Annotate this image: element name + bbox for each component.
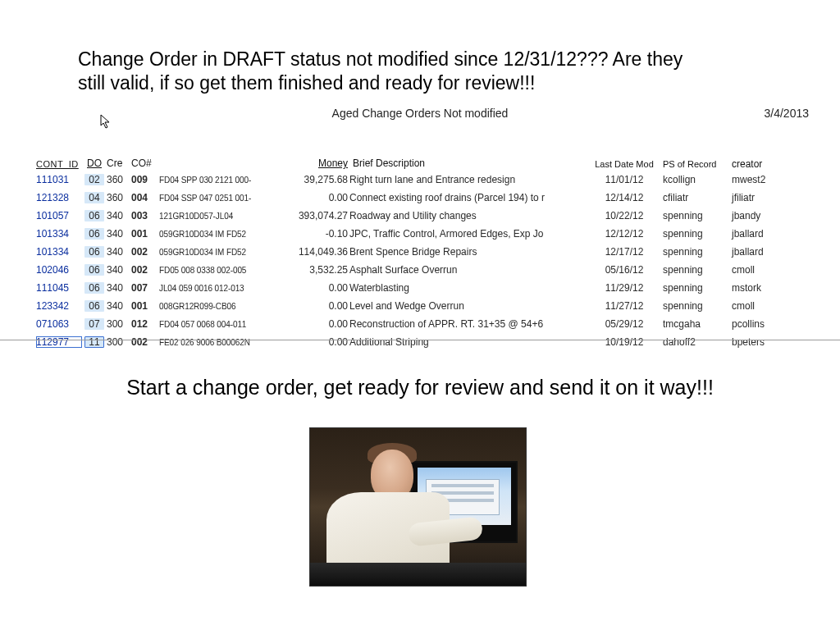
lastmod-cell: 12/17/12 <box>586 246 663 258</box>
ref-cell: 059GR10D034 IM FD52 <box>159 230 282 239</box>
table-row[interactable]: 11103102360009FD04 SPP 030 2121 000-39,2… <box>36 171 814 189</box>
co-cell: 003 <box>131 210 159 221</box>
do-cell[interactable]: 07 <box>84 318 104 330</box>
change-order-table: CONT_ID DO Cre CO# Money Brief Descripti… <box>36 146 814 351</box>
cont-id-link[interactable]: 111031 <box>36 174 69 185</box>
table-row[interactable]: 12132804360004FD04 SSP 047 0251 001-0.00… <box>36 189 814 207</box>
cont-id-link[interactable]: 101334 <box>36 246 69 258</box>
ps-cell: tmcgaha <box>663 318 732 330</box>
tagline-text: Start a change order, get ready for revi… <box>0 376 840 399</box>
col-header-cre: Cre <box>107 158 131 169</box>
cont-id-link[interactable]: 111045 <box>36 282 69 294</box>
creator-cell: jballard <box>732 246 797 258</box>
co-cell: 001 <box>131 300 159 312</box>
table-row[interactable]: 11297711300002FE02 026 9006 B00062N0.00A… <box>36 333 814 351</box>
desk <box>310 563 526 586</box>
ps-cell: dahoff2 <box>663 336 732 348</box>
creator-cell: bpeters <box>732 336 797 348</box>
table-row[interactable]: 10105706340003121GR10D057-JL04393,074.27… <box>36 207 814 225</box>
lastmod-cell: 11/27/12 <box>586 300 663 312</box>
brief-cell: Reconstruction of APPR. RT. 31+35 @ 54+6 <box>348 318 586 330</box>
ref-cell: FD05 008 0338 002-005 <box>159 266 282 275</box>
creator-cell: cmoll <box>732 264 797 276</box>
brief-cell: Level and Wedge Overrun <box>348 300 586 312</box>
cont-id-link[interactable]: 101334 <box>36 228 69 240</box>
cont-id-link[interactable]: 101057 <box>36 210 69 221</box>
co-cell: 009 <box>131 174 159 185</box>
lastmod-cell: 11/01/12 <box>586 174 663 185</box>
creator-cell: jbandy <box>732 210 797 221</box>
do-cell[interactable]: 06 <box>84 228 104 240</box>
report-date: 3/4/2013 <box>765 107 810 120</box>
brief-cell: Brent Spence Bridge Repairs <box>348 246 586 258</box>
lastmod-cell: 05/16/12 <box>586 264 663 276</box>
money-cell: 39,275.68 <box>282 174 348 185</box>
cont-id-link[interactable]: 123342 <box>36 300 69 312</box>
cre-cell: 360 <box>107 192 131 203</box>
cre-cell: 340 <box>107 282 131 294</box>
co-cell: 002 <box>131 264 159 276</box>
ref-cell: 059GR10D034 IM FD52 <box>159 248 282 257</box>
cre-cell: 300 <box>107 336 131 348</box>
do-cell[interactable]: 06 <box>84 300 104 312</box>
lastmod-cell: 05/29/12 <box>586 318 663 330</box>
ps-cell: spenning <box>663 246 732 258</box>
headline-text: Change Order in DRAFT status not modifie… <box>78 48 701 95</box>
table-row[interactable]: 07106307300012FD04 057 0068 004-0110.00R… <box>36 315 814 333</box>
table-row[interactable]: 10204606340002FD05 008 0338 002-0053,532… <box>36 261 814 279</box>
money-cell: -0.10 <box>282 228 348 240</box>
table-row[interactable]: 10133406340001059GR10D034 IM FD52-0.10JP… <box>36 225 814 243</box>
money-cell: 0.00 <box>282 336 348 348</box>
col-header-do[interactable]: DO <box>82 158 107 169</box>
creator-cell: jfiliatr <box>732 192 797 203</box>
table-header-row: CONT_ID DO Cre CO# Money Brief Descripti… <box>36 146 814 171</box>
money-cell: 393,074.27 <box>282 210 348 221</box>
co-cell: 007 <box>131 282 159 294</box>
do-cell[interactable]: 06 <box>84 264 104 276</box>
creator-cell: mstork <box>732 282 797 294</box>
col-header-lastmod: Last Date Mod <box>586 159 663 169</box>
do-cell[interactable]: 06 <box>84 246 104 258</box>
cre-cell: 360 <box>107 174 131 185</box>
ps-cell: spenning <box>663 210 732 221</box>
table-row[interactable]: 10133406340002059GR10D034 IM FD52114,049… <box>36 243 814 261</box>
creator-cell: jballard <box>732 228 797 240</box>
do-cell[interactable]: 06 <box>84 210 104 221</box>
cont-id-link[interactable]: 121328 <box>36 192 69 203</box>
ref-cell: FD04 SPP 030 2121 000- <box>159 176 282 185</box>
cont-id-link[interactable]: 112977 <box>36 336 69 348</box>
lastmod-cell: 10/19/12 <box>586 336 663 348</box>
cre-cell: 300 <box>107 318 131 330</box>
co-cell: 004 <box>131 192 159 203</box>
lastmod-cell: 12/14/12 <box>586 192 663 203</box>
do-cell[interactable]: 06 <box>84 282 104 294</box>
do-cell[interactable]: 11 <box>84 336 104 348</box>
col-header-ps: PS of Record <box>663 159 732 169</box>
ps-cell: spenning <box>663 282 732 294</box>
cre-cell: 340 <box>107 228 131 240</box>
cont-id-link[interactable]: 102046 <box>36 264 69 276</box>
lastmod-cell: 12/12/12 <box>586 228 663 240</box>
lastmod-cell: 10/22/12 <box>586 210 663 221</box>
cre-cell: 340 <box>107 264 131 276</box>
cre-cell: 340 <box>107 246 131 258</box>
cont-id-link[interactable]: 071063 <box>36 318 69 330</box>
cre-cell: 340 <box>107 210 131 221</box>
do-cell[interactable]: 04 <box>84 192 104 203</box>
money-cell: 0.00 <box>282 192 348 203</box>
col-header-contid[interactable]: CONT_ID <box>36 159 82 169</box>
money-cell: 0.00 <box>282 300 348 312</box>
table-row[interactable]: 11104506340007JL04 059 0016 012-0130.00W… <box>36 279 814 297</box>
col-header-money[interactable]: Money <box>282 158 348 169</box>
employee-photo <box>309 427 527 587</box>
ref-cell: 008GR12R099-CB06 <box>159 302 282 311</box>
co-cell: 002 <box>131 336 159 348</box>
money-cell: 0.00 <box>282 318 348 330</box>
ps-cell: spenning <box>663 264 732 276</box>
money-cell: 114,049.36 <box>282 246 348 258</box>
do-cell[interactable]: 02 <box>84 174 104 185</box>
brief-cell: Asphalt Surface Overrun <box>348 264 586 276</box>
report-title: Aged Change Orders Not modified <box>0 107 840 120</box>
table-row[interactable]: 12334206340001008GR12R099-CB060.00Level … <box>36 297 814 315</box>
ref-cell: FD04 057 0068 004-011 <box>159 320 282 329</box>
